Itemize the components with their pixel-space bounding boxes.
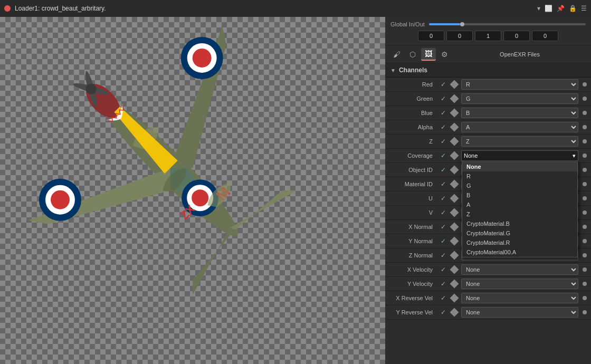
- check-xreversevel[interactable]: ✓: [439, 294, 447, 302]
- channel-name-znormal: Z Normal: [389, 252, 437, 258]
- dot-z: [583, 139, 587, 143]
- diamond-green: [450, 94, 459, 103]
- tab-paint[interactable]: 🖌: [389, 48, 404, 61]
- dropdown-item-g[interactable]: G: [462, 181, 577, 190]
- channel-name-z: Z: [389, 138, 437, 145]
- check-u[interactable]: ✓: [439, 194, 447, 203]
- viewer-area: ZX M: [0, 17, 385, 364]
- channel-name-alpha: Alpha: [389, 124, 437, 130]
- window-title: Loader1: crowd_beaut_arbritary.: [15, 5, 106, 12]
- diamond-xnormal: [450, 223, 459, 232]
- global-in-out-label: Global In/Out: [390, 21, 425, 27]
- dropdown-item-z[interactable]: Z: [462, 209, 577, 219]
- close-button[interactable]: [4, 5, 11, 12]
- tab-layers[interactable]: ⬡: [405, 48, 420, 61]
- dropdown-item-crypto00a[interactable]: CryptoMaterial00.A: [462, 247, 577, 257]
- dropdown-item-cryptor[interactable]: CryptoMaterial.R: [462, 238, 577, 247]
- check-xvelocity[interactable]: ✓: [439, 265, 447, 274]
- channel-name-ynormal: Y Normal: [389, 238, 437, 244]
- diamond-v: [450, 208, 459, 217]
- check-red[interactable]: ✓: [439, 80, 447, 89]
- dropdown-arrow: ▾: [573, 152, 576, 159]
- frame-in-input[interactable]: [418, 31, 444, 41]
- right-panel: Global In/Out 🖌 ⬡ 🖼 ⚙ OpenEXR Files: [385, 17, 591, 364]
- channels-section-header[interactable]: ▼ Channels: [385, 63, 591, 78]
- dropdown-xvelocity[interactable]: NoneRGB: [461, 264, 578, 275]
- global-in-out-row: Global In/Out: [390, 21, 586, 27]
- diamond-objectid: [450, 166, 459, 175]
- check-alpha[interactable]: ✓: [439, 123, 447, 131]
- dropdown-item-b[interactable]: B: [462, 190, 577, 200]
- dropdown-item-cryptog[interactable]: CryptoMaterial.G: [462, 228, 577, 238]
- check-coverage[interactable]: ✓: [439, 151, 447, 160]
- section-arrow: ▼: [390, 68, 396, 73]
- dropdown-blue[interactable]: BRGAZNone: [461, 108, 578, 118]
- dropdown-yreversevel[interactable]: NoneRGB: [461, 307, 578, 318]
- channel-name-v: V: [389, 209, 437, 216]
- dropdown-xreversevel[interactable]: NoneRGB: [461, 293, 578, 303]
- tab-settings[interactable]: ⚙: [437, 48, 452, 61]
- channel-name-red: Red: [389, 81, 437, 88]
- plane-image: ZX M: [13, 17, 372, 364]
- frame-start-input[interactable]: [446, 31, 473, 41]
- dot-xvelocity: [583, 267, 587, 272]
- diamond-alpha: [450, 123, 459, 132]
- frame-out-input[interactable]: [503, 31, 530, 41]
- channel-row-coverage: Coverage ✓ None ▾ None R G B A Z CryptoM…: [385, 149, 591, 163]
- dropdown-item-none[interactable]: None: [462, 162, 577, 171]
- pin-icon[interactable]: 📌: [557, 5, 565, 12]
- dot-materialid: [583, 182, 587, 186]
- dot-red: [583, 82, 587, 87]
- frame-end-input[interactable]: [475, 31, 501, 41]
- channel-name-yvelocity: Y Velocity: [389, 281, 437, 287]
- dropdown-item-cryptob[interactable]: CryptoMaterial.B: [462, 219, 577, 228]
- channel-name-xnormal: X Normal: [389, 224, 437, 230]
- diamond-xvelocity: [450, 265, 459, 274]
- dot-ynormal: [583, 239, 587, 243]
- channels-label: Channels: [399, 66, 427, 74]
- dropdown-green[interactable]: GRBAZNone: [461, 93, 578, 104]
- diamond-u: [450, 194, 459, 203]
- check-v[interactable]: ✓: [439, 208, 447, 217]
- dot-xreversevel: [583, 296, 587, 300]
- dot-alpha: [583, 125, 587, 129]
- check-yreversevel[interactable]: ✓: [439, 308, 447, 317]
- check-yvelocity[interactable]: ✓: [439, 280, 447, 288]
- channel-row-yreversevel: Y Reverse Vel ✓ NoneRGB: [385, 305, 591, 320]
- titlebar: Loader1: crowd_beaut_arbritary. ▾ ⬜ 📌 🔒 …: [0, 0, 591, 17]
- dot-green: [583, 97, 587, 101]
- plane-container: ZX M: [0, 17, 385, 364]
- dropdown-yvelocity[interactable]: NoneRGB: [461, 279, 578, 289]
- dropdown-open-list[interactable]: None R G B A Z CryptoMaterial.B CryptoMa…: [462, 161, 578, 257]
- dot-xnormal: [583, 225, 587, 229]
- frame-step-input[interactable]: [532, 31, 558, 41]
- minimize-icon[interactable]: ⬜: [545, 5, 552, 12]
- diamond-blue: [450, 109, 459, 118]
- dropdown-alpha[interactable]: ARGBZNone: [461, 122, 578, 132]
- global-slider-track[interactable]: [429, 23, 586, 25]
- titlebar-icons: ▾ ⬜ 📌 🔒 ☰: [537, 5, 587, 12]
- check-green[interactable]: ✓: [439, 94, 447, 103]
- channel-name-blue: Blue: [389, 110, 437, 116]
- dropdown-item-a[interactable]: A: [462, 200, 577, 209]
- menu-icon[interactable]: ☰: [581, 5, 587, 12]
- check-blue[interactable]: ✓: [439, 109, 447, 117]
- check-z[interactable]: ✓: [439, 137, 447, 146]
- tab-image[interactable]: 🖼: [421, 48, 436, 61]
- check-znormal[interactable]: ✓: [439, 251, 447, 260]
- dropdown-z[interactable]: ZRGBANone: [461, 136, 578, 147]
- dropdown-red[interactable]: RGBAZNone: [461, 79, 578, 90]
- dot-v: [583, 210, 587, 215]
- dropdown-coverage-open[interactable]: None ▾ None R G B A Z CryptoMaterial.B C…: [461, 150, 578, 161]
- check-xnormal[interactable]: ✓: [439, 223, 447, 231]
- dropdown-icon[interactable]: ▾: [537, 5, 540, 12]
- dot-u: [583, 196, 587, 200]
- channel-row-alpha: Alpha ✓ ARGBZNone: [385, 120, 591, 135]
- check-ynormal[interactable]: ✓: [439, 237, 447, 245]
- check-objectid[interactable]: ✓: [439, 166, 447, 174]
- diamond-znormal: [450, 251, 459, 260]
- dropdown-item-r[interactable]: R: [462, 171, 577, 181]
- check-materialid[interactable]: ✓: [439, 180, 447, 188]
- channels-panel[interactable]: ▼ Channels Red ✓ RGBAZNone Green ✓ GRBAZ…: [385, 63, 591, 364]
- lock-icon[interactable]: 🔒: [569, 5, 577, 12]
